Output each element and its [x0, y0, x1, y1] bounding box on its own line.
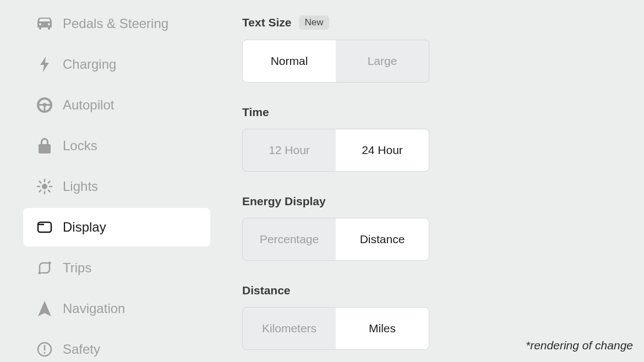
sidebar-item-pedals-steering[interactable]: Pedals & Steering	[4, 4, 215, 43]
lock-icon	[36, 138, 53, 154]
setting-title: Time	[242, 106, 269, 119]
energy-display-option-distance[interactable]: Distance	[336, 218, 429, 260]
sidebar-item-label: Navigation	[63, 301, 125, 316]
setting-header: Time	[242, 106, 644, 119]
sidebar-item-locks[interactable]: Locks	[4, 127, 215, 165]
setting-time: Time 12 Hour 24 Hour	[242, 106, 644, 172]
text-size-option-normal[interactable]: Normal	[243, 40, 336, 82]
sidebar-item-label: Safety	[63, 342, 100, 357]
text-size-option-large[interactable]: Large	[336, 40, 429, 82]
sidebar-item-label: Trips	[63, 260, 91, 276]
footnote: *rendering of change	[526, 339, 633, 352]
sidebar-item-autopilot[interactable]: Autopilot	[4, 86, 215, 124]
text-size-segmented-control: Normal Large	[242, 40, 429, 83]
distance-option-miles[interactable]: Miles	[336, 308, 429, 349]
route-icon	[36, 260, 53, 276]
settings-screen: Pedals & Steering Charging Autopilot Loc…	[0, 0, 644, 362]
sidebar-item-label: Charging	[63, 57, 116, 72]
sidebar-item-label: Pedals & Steering	[63, 16, 168, 31]
setting-header: Distance	[242, 284, 644, 297]
distance-option-kilometers[interactable]: Kilometers	[243, 308, 336, 349]
setting-title: Text Size	[242, 16, 291, 29]
settings-sidebar: Pedals & Steering Charging Autopilot Loc…	[4, 0, 225, 362]
settings-main: Text Size New Normal Large Time 12 Hour …	[225, 0, 644, 362]
sidebar-item-display[interactable]: Display	[23, 208, 210, 246]
sidebar-item-charging[interactable]: Charging	[4, 45, 215, 84]
svg-line-8	[48, 182, 50, 183]
time-segmented-control: 12 Hour 24 Hour	[242, 129, 429, 172]
bolt-icon	[36, 56, 53, 73]
sidebar-item-trips[interactable]: Trips	[4, 249, 215, 287]
sidebar-item-label: Display	[63, 220, 106, 235]
alert-circle-icon	[36, 341, 53, 358]
sidebar-item-label: Locks	[63, 138, 97, 153]
svg-point-0	[42, 184, 47, 189]
setting-header: Text Size New	[242, 15, 644, 30]
time-option-24-hour[interactable]: 24 Hour	[336, 129, 429, 171]
sidebar-item-label: Autopilot	[63, 97, 114, 113]
svg-point-15	[44, 352, 46, 354]
car-icon	[36, 15, 53, 32]
steering-wheel-icon	[36, 97, 53, 113]
energy-display-option-percentage[interactable]: Percentage	[243, 218, 336, 260]
sidebar-item-safety[interactable]: Safety	[4, 330, 215, 362]
lights-icon	[36, 178, 53, 195]
setting-header: Energy Display	[242, 195, 644, 208]
sidebar-item-lights[interactable]: Lights	[4, 167, 215, 206]
svg-rect-9	[38, 222, 51, 232]
sidebar-item-navigation[interactable]: Navigation	[4, 289, 215, 328]
setting-title: Distance	[242, 284, 291, 297]
navigation-icon	[36, 300, 53, 317]
svg-line-6	[48, 190, 50, 192]
setting-text-size: Text Size New Normal Large	[242, 15, 644, 83]
sidebar-item-label: Lights	[63, 179, 98, 194]
energy-display-segmented-control: Percentage Distance	[242, 218, 429, 261]
new-badge: New	[299, 15, 329, 30]
svg-line-5	[40, 182, 41, 183]
time-option-12-hour[interactable]: 12 Hour	[243, 129, 336, 171]
setting-title: Energy Display	[242, 195, 326, 208]
distance-segmented-control: Kilometers Miles	[242, 307, 429, 350]
display-icon	[36, 219, 53, 235]
setting-energy-display: Energy Display Percentage Distance	[242, 195, 644, 261]
svg-line-7	[40, 190, 41, 192]
